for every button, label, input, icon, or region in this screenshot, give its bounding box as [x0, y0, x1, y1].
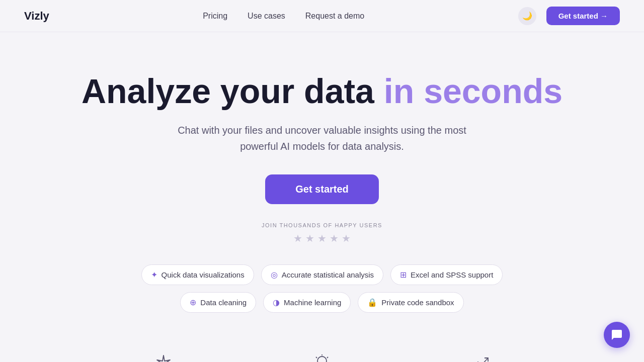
feature-tag-excel-spss: ⊞ Excel and SPSS support: [390, 264, 503, 285]
sparkle-bottom-icon: [153, 353, 174, 362]
feature-tag-stat-analysis: ◎ Accurate statistical analysis: [261, 264, 383, 285]
chat-support-button[interactable]: [604, 322, 630, 348]
feature-label-excel-spss: Excel and SPSS support: [411, 270, 493, 279]
feature-tag-ml: ◑ Machine learning: [263, 292, 351, 313]
feature-label-stat-analysis: Accurate statistical analysis: [282, 270, 374, 279]
social-proof-text: JOIN THOUSANDS OF HAPPY USERS: [262, 222, 382, 228]
svg-point-0: [317, 356, 327, 362]
bottom-icon-trend: [470, 353, 491, 362]
dark-mode-button[interactable]: 🌙: [518, 7, 536, 25]
hero-title-accent: in seconds: [384, 72, 562, 110]
feature-label-quick-viz: Quick data visualizations: [162, 270, 245, 279]
hero-get-started-button[interactable]: Get started: [265, 174, 379, 204]
nav-link-demo[interactable]: Request a demo: [305, 12, 364, 21]
grid-icon: ⊞: [400, 270, 407, 280]
svg-line-3: [327, 357, 328, 358]
social-proof: JOIN THOUSANDS OF HAPPY USERS ★ ★ ★ ★ ★: [262, 222, 382, 244]
search-icon: ⊕: [190, 298, 196, 307]
star-rating: ★ ★ ★ ★ ★: [293, 232, 351, 244]
feature-row-2: ⊕ Data cleaning ◑ Machine learning 🔒 Pri…: [180, 292, 463, 313]
nav-links: Pricing Use cases Request a demo: [203, 12, 364, 21]
star-1: ★: [293, 232, 302, 244]
lock-icon: 🔒: [367, 298, 377, 307]
feature-label-data-cleaning: Data cleaning: [200, 298, 247, 307]
svg-line-4: [316, 357, 317, 358]
nav-get-started-button[interactable]: Get started →: [546, 7, 620, 25]
brand-logo: Vizly: [24, 10, 49, 23]
half-circle-icon: ◑: [273, 298, 280, 307]
navbar: Vizly Pricing Use cases Request a demo 🌙…: [0, 0, 644, 32]
trend-bottom-icon: [470, 353, 491, 362]
chat-icon: [611, 329, 623, 341]
feature-label-ml: Machine learning: [284, 298, 341, 307]
feature-label-sandbox: Private code sandbox: [381, 298, 454, 307]
feature-tag-data-cleaning: ⊕ Data cleaning: [180, 292, 256, 313]
hero-subtitle: Chat with your files and uncover valuabl…: [176, 122, 468, 154]
hero-title-part1: Analyze your data: [82, 72, 384, 110]
circle-icon: ◎: [271, 270, 278, 280]
feature-tags: ✦ Quick data visualizations ◎ Accurate s…: [141, 264, 503, 313]
nav-link-use-cases[interactable]: Use cases: [248, 12, 285, 21]
bottom-icon-bulb: [312, 353, 332, 362]
nav-right: 🌙 Get started →: [518, 7, 620, 25]
moon-icon: 🌙: [522, 11, 532, 21]
hero-section: Analyze your data in seconds Chat with y…: [0, 32, 644, 362]
feature-tag-sandbox: 🔒 Private code sandbox: [358, 292, 463, 313]
star-5: ★: [342, 232, 351, 244]
bottom-icons-row: [24, 343, 620, 362]
star-2: ★: [305, 232, 314, 244]
nav-link-pricing[interactable]: Pricing: [203, 12, 227, 21]
star-3: ★: [317, 232, 327, 244]
feature-tag-quick-viz: ✦ Quick data visualizations: [141, 264, 254, 285]
feature-row-1: ✦ Quick data visualizations ◎ Accurate s…: [141, 264, 503, 285]
bottom-icon-sparkle: [153, 353, 174, 362]
bulb-bottom-icon: [312, 353, 332, 362]
hero-title: Analyze your data in seconds: [82, 72, 562, 110]
star-4: ★: [330, 232, 339, 244]
sparkle-icon: ✦: [151, 270, 157, 280]
